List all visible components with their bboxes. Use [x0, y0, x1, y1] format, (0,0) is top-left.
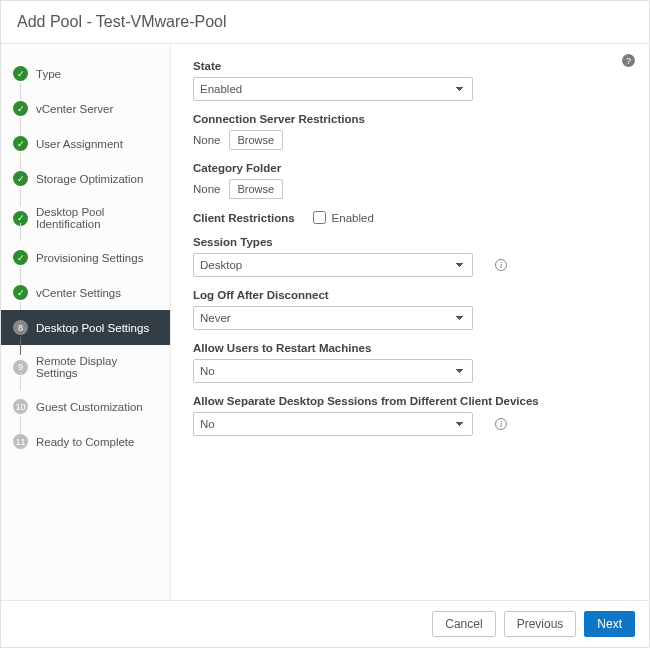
step-label: vCenter Server	[36, 103, 113, 115]
form-content: ? State Enabled Connection Server Restri…	[171, 44, 649, 600]
step-user-assignment[interactable]: ✓ User Assignment	[1, 126, 170, 161]
next-button[interactable]: Next	[584, 611, 635, 637]
cancel-button[interactable]: Cancel	[432, 611, 495, 637]
client-restrictions-checkbox[interactable]	[313, 211, 326, 224]
check-icon: ✓	[13, 101, 28, 116]
step-label: Storage Optimization	[36, 173, 143, 185]
step-label: Guest Customization	[36, 401, 143, 413]
dialog-body: ✓ Type ✓ vCenter Server ✓ User Assignmen…	[1, 44, 649, 600]
field-allow-restart: Allow Users to Restart Machines No	[193, 342, 627, 383]
browse-category-folder-button[interactable]: Browse	[229, 179, 284, 199]
field-client-restrictions: Client Restrictions Enabled	[193, 211, 627, 224]
step-number-icon: 11	[13, 434, 28, 449]
step-number-icon: 10	[13, 399, 28, 414]
check-icon: ✓	[13, 285, 28, 300]
check-icon: ✓	[13, 136, 28, 151]
step-label: Desktop Pool Settings	[36, 322, 149, 334]
step-label: Desktop Pool Identification	[36, 206, 158, 230]
log-off-select[interactable]: Never	[193, 306, 473, 330]
step-vcenter-server[interactable]: ✓ vCenter Server	[1, 91, 170, 126]
label-category-folder: Category Folder	[193, 162, 627, 174]
conn-server-value: None	[193, 134, 221, 146]
state-select[interactable]: Enabled	[193, 77, 473, 101]
step-remote-display-settings[interactable]: 9 Remote Display Settings	[1, 345, 170, 389]
step-vcenter-settings[interactable]: ✓ vCenter Settings	[1, 275, 170, 310]
field-state: State Enabled	[193, 60, 627, 101]
step-label: Provisioning Settings	[36, 252, 143, 264]
field-connection-server-restrictions: Connection Server Restrictions None Brow…	[193, 113, 627, 150]
client-restrictions-checkbox-label: Enabled	[332, 212, 374, 224]
info-icon[interactable]: i	[495, 418, 507, 430]
dialog-footer: Cancel Previous Next	[1, 600, 649, 647]
step-label: Remote Display Settings	[36, 355, 158, 379]
browse-conn-server-button[interactable]: Browse	[229, 130, 284, 150]
step-storage-optimization[interactable]: ✓ Storage Optimization	[1, 161, 170, 196]
allow-restart-select[interactable]: No	[193, 359, 473, 383]
label-session-types: Session Types	[193, 236, 627, 248]
check-icon: ✓	[13, 66, 28, 81]
field-log-off-after-disconnect: Log Off After Disconnect Never	[193, 289, 627, 330]
label-allow-restart: Allow Users to Restart Machines	[193, 342, 627, 354]
check-icon: ✓	[13, 171, 28, 186]
step-guest-customization[interactable]: 10 Guest Customization	[1, 389, 170, 424]
info-icon[interactable]: i	[495, 259, 507, 271]
dialog-title: Add Pool - Test-VMware-Pool	[17, 13, 227, 30]
dialog-header: Add Pool - Test-VMware-Pool	[1, 1, 649, 44]
previous-button[interactable]: Previous	[504, 611, 577, 637]
step-label: Ready to Complete	[36, 436, 134, 448]
label-conn-server: Connection Server Restrictions	[193, 113, 627, 125]
step-type[interactable]: ✓ Type	[1, 56, 170, 91]
step-provisioning-settings[interactable]: ✓ Provisioning Settings	[1, 240, 170, 275]
field-session-types: Session Types Desktop i	[193, 236, 627, 277]
label-log-off: Log Off After Disconnect	[193, 289, 627, 301]
step-desktop-pool-identification[interactable]: ✓ Desktop Pool Identification	[1, 196, 170, 240]
step-label: User Assignment	[36, 138, 123, 150]
step-label: vCenter Settings	[36, 287, 121, 299]
session-types-select[interactable]: Desktop	[193, 253, 473, 277]
allow-separate-select[interactable]: No	[193, 412, 473, 436]
wizard-sidebar: ✓ Type ✓ vCenter Server ✓ User Assignmen…	[1, 44, 171, 600]
category-folder-value: None	[193, 183, 221, 195]
label-allow-separate: Allow Separate Desktop Sessions from Dif…	[193, 395, 627, 407]
help-icon[interactable]: ?	[622, 54, 635, 67]
step-desktop-pool-settings[interactable]: 8 Desktop Pool Settings	[1, 310, 170, 345]
step-label: Type	[36, 68, 61, 80]
add-pool-dialog: Add Pool - Test-VMware-Pool ✓ Type ✓ vCe…	[0, 0, 650, 648]
step-number-icon: 8	[13, 320, 28, 335]
label-state: State	[193, 60, 627, 72]
step-ready-to-complete[interactable]: 11 Ready to Complete	[1, 424, 170, 459]
field-category-folder: Category Folder None Browse	[193, 162, 627, 199]
field-allow-separate-sessions: Allow Separate Desktop Sessions from Dif…	[193, 395, 627, 436]
check-icon: ✓	[13, 250, 28, 265]
label-client-restrictions: Client Restrictions	[193, 212, 295, 224]
